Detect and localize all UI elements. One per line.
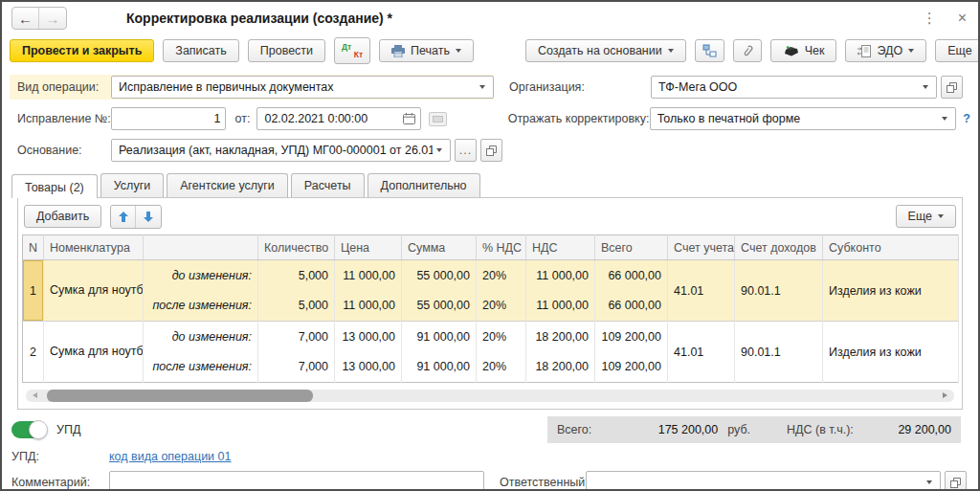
tab-settlements[interactable]: Расчеты: [291, 173, 365, 197]
price-cell[interactable]: 13 000,00: [335, 322, 402, 352]
basis-choose-button[interactable]: ...: [455, 139, 477, 162]
nav-history-group: ← →: [11, 7, 67, 30]
arrow-up-icon: [119, 212, 128, 222]
toggle-knob-icon: [29, 420, 48, 439]
subconto-cell[interactable]: Изделия из кожи: [823, 322, 959, 383]
quantity-cell[interactable]: 5,000: [258, 260, 335, 291]
responsible-combobox[interactable]: [586, 471, 941, 491]
total-cell[interactable]: 109 200,00: [595, 322, 668, 352]
sum-cell[interactable]: 91 000,00: [402, 352, 477, 383]
reflect-help-link[interactable]: ?: [963, 112, 970, 125]
horizontal-scrollbar[interactable]: [26, 390, 954, 402]
back-button[interactable]: ←: [12, 8, 39, 29]
date-input[interactable]: 02.02.2021 0:00:00: [256, 107, 420, 130]
upd-toggle[interactable]: [11, 421, 47, 438]
vat-cell[interactable]: 11 000,00: [526, 260, 595, 291]
phase-cell: до изменения:: [144, 260, 258, 291]
title-bar: ← → Корректировка реализации (создание) …: [2, 2, 978, 34]
basis-open-button[interactable]: [480, 139, 502, 162]
caret-down-icon: [479, 85, 485, 89]
subconto-cell[interactable]: Изделия из кожи: [823, 260, 959, 322]
move-row-down-button[interactable]: [136, 206, 161, 228]
price-cell[interactable]: 13 000,00: [335, 352, 402, 383]
income-account-cell[interactable]: 90.01.1: [735, 260, 823, 322]
col-n: N: [23, 235, 44, 260]
basis-combobox[interactable]: Реализация (акт, накладная, УПД) МГ00-00…: [111, 139, 451, 162]
responsible-label: Ответственный:: [500, 476, 586, 489]
quantity-cell[interactable]: 7,000: [258, 322, 335, 352]
total-cell[interactable]: 109 200,00: [595, 352, 668, 383]
footer: УПД Всего: 175 200,00 руб. НДС (в т.ч.):…: [2, 410, 978, 491]
display-icon: [433, 116, 443, 123]
attachments-button[interactable]: [733, 39, 762, 62]
tab-services[interactable]: Услуги: [100, 173, 164, 197]
related-documents-button[interactable]: [695, 39, 724, 62]
dr-cr-button[interactable]: ДтКт: [334, 37, 370, 64]
vat-rate-cell[interactable]: 20%: [477, 260, 526, 291]
income-account-cell[interactable]: 90.01.1: [735, 322, 823, 383]
tab-goods[interactable]: Товары (2): [11, 174, 98, 198]
header-form: Вид операции: Исправление в первичных до…: [2, 67, 978, 171]
col-phase: [144, 235, 258, 260]
correction-number-input[interactable]: 1: [111, 107, 226, 130]
table-row[interactable]: 1 Сумка для ноутбука 15,6" до изменения:…: [23, 260, 959, 291]
organization-combobox[interactable]: ТФ-Мега ООО: [651, 76, 937, 99]
vat-rate-cell[interactable]: 20%: [477, 291, 526, 322]
table-more-button[interactable]: Еще: [896, 205, 956, 228]
move-row-up-button[interactable]: [111, 206, 136, 228]
reflect-correction-combobox[interactable]: Только в печатной форме: [650, 107, 957, 130]
scrollbar-thumb[interactable]: [47, 390, 313, 402]
add-row-button[interactable]: Добавить: [24, 205, 101, 228]
organization-label: Организация:: [509, 80, 651, 94]
window-menu-button[interactable]: ⋮: [923, 10, 937, 27]
tab-additional[interactable]: Дополнительно: [368, 173, 480, 197]
vat-rate-cell[interactable]: 20%: [477, 322, 526, 352]
create-based-on-button[interactable]: Создать на основании: [525, 39, 686, 62]
quantity-cell[interactable]: 7,000: [258, 352, 335, 383]
close-button[interactable]: ×: [958, 10, 967, 27]
post-and-close-button[interactable]: Провести и закрыть: [10, 39, 154, 62]
scroll-right-icon[interactable]: [943, 392, 947, 398]
col-sum: Сумма: [402, 235, 477, 260]
totals-bar: Всего: 175 200,00 руб. НДС (в т.ч.): 29 …: [547, 416, 961, 443]
nomenclature-cell[interactable]: Сумка для ноутбука 17,3": [44, 322, 144, 383]
comment-input[interactable]: [109, 471, 484, 491]
quantity-cell[interactable]: 5,000: [258, 291, 335, 322]
operation-kind-combobox[interactable]: Исправление в первичных документах: [111, 76, 494, 99]
print-button[interactable]: Печать: [379, 39, 474, 62]
responsible-open-button[interactable]: [945, 471, 967, 491]
total-cell[interactable]: 66 000,00: [595, 260, 668, 291]
operation-kind-value: Исправление в первичных документах: [119, 80, 334, 94]
more-button[interactable]: Еще: [935, 39, 980, 62]
row-number-cell[interactable]: 2: [23, 322, 44, 383]
sum-cell[interactable]: 91 000,00: [402, 322, 477, 352]
scroll-left-icon[interactable]: [33, 392, 37, 398]
nomenclature-cell[interactable]: Сумка для ноутбука 15,6": [44, 260, 144, 322]
organization-open-button[interactable]: [941, 76, 963, 99]
row-number-cell[interactable]: 1: [23, 260, 44, 322]
current-date-button[interactable]: [429, 112, 447, 126]
save-button[interactable]: Записать: [163, 39, 238, 62]
account-cell[interactable]: 41.01: [668, 260, 735, 322]
tab-strip: Товары (2) Услуги Агентские услуги Расче…: [2, 173, 978, 197]
sum-cell[interactable]: 55 000,00: [402, 291, 477, 322]
calendar-button[interactable]: [403, 113, 416, 124]
price-cell[interactable]: 11 000,00: [335, 291, 402, 322]
cash-register-icon: [783, 45, 799, 57]
upd-operation-code-link[interactable]: код вида операции 01: [109, 450, 231, 463]
table-row[interactable]: 2 Сумка для ноутбука 17,3" до изменения:…: [23, 322, 959, 352]
vat-cell[interactable]: 11 000,00: [526, 291, 595, 322]
total-cell[interactable]: 66 000,00: [595, 291, 668, 322]
edo-button[interactable]: ЭДО: [845, 39, 926, 62]
vat-cell[interactable]: 18 200,00: [526, 352, 595, 383]
receipt-button[interactable]: Чек: [770, 39, 837, 62]
tab-agent-services[interactable]: Агентские услуги: [167, 173, 288, 197]
post-button[interactable]: Провести: [248, 39, 325, 62]
account-cell[interactable]: 41.01: [668, 322, 735, 383]
forward-button[interactable]: →: [39, 8, 66, 29]
sum-cell[interactable]: 55 000,00: [402, 260, 477, 291]
price-cell[interactable]: 11 000,00: [335, 260, 402, 291]
vat-rate-cell[interactable]: 20%: [477, 352, 526, 383]
vat-cell[interactable]: 18 200,00: [526, 322, 595, 352]
caret-down-icon: [926, 480, 932, 484]
